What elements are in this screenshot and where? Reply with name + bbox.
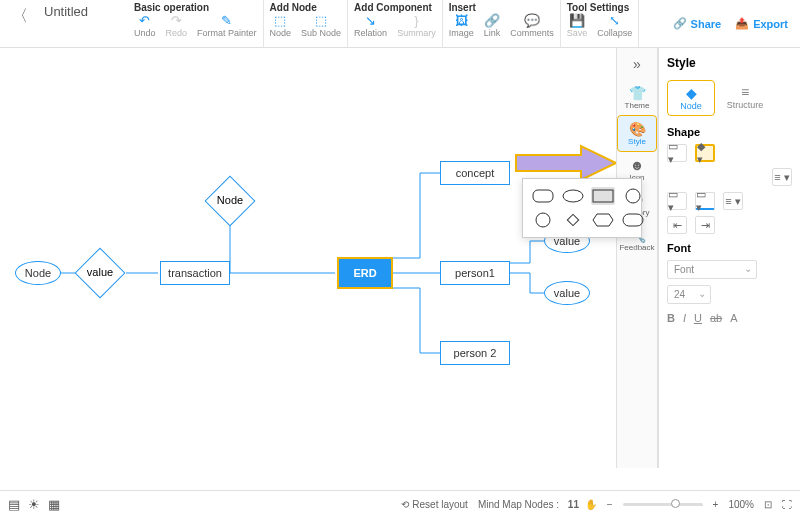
svg-point-8	[626, 189, 640, 203]
shape-ellipse[interactable]	[561, 187, 585, 205]
right-rail: » 👕Theme 🎨Style ☻Icon ⟲History 🔧Feedback	[616, 48, 658, 468]
palette-icon: 🎨	[629, 121, 646, 137]
tab-node[interactable]: ◆Node	[667, 80, 715, 116]
summary-button[interactable]: }Summary	[397, 14, 436, 38]
shape-circle2[interactable]	[531, 211, 555, 229]
zoom-minus[interactable]: −	[607, 499, 613, 510]
redo-button[interactable]: ↷Redo	[166, 14, 188, 38]
shape-hexagon[interactable]	[591, 211, 615, 229]
save-button[interactable]: 💾Save	[567, 14, 588, 38]
ribbon-group-addnode: Add Node	[270, 0, 342, 14]
svg-rect-11	[623, 214, 643, 226]
node-concept[interactable]: concept	[440, 161, 510, 185]
reset-layout-button[interactable]: ⟲ Reset layout	[401, 499, 468, 510]
font-section-label: Font	[667, 242, 792, 254]
bold-button[interactable]: B	[667, 312, 675, 324]
zoom-slider[interactable]	[623, 503, 703, 506]
svg-rect-5	[533, 190, 553, 202]
export-button[interactable]: 📤 Export	[735, 17, 788, 30]
shape-diamond[interactable]	[561, 211, 585, 229]
svg-point-6	[563, 190, 583, 202]
zoom-percent[interactable]: 100%	[728, 499, 754, 510]
shape-circle[interactable]	[621, 187, 645, 205]
smile-icon: ☻	[630, 157, 645, 173]
shape-rect[interactable]	[591, 187, 615, 205]
fit-icon[interactable]: ⊡	[764, 499, 772, 510]
shirt-icon: 👕	[629, 85, 646, 101]
add-node-button[interactable]: ⬚Node	[270, 14, 292, 38]
shape-picker-button[interactable]: ▭ ▾	[667, 144, 687, 162]
rail-theme[interactable]: 👕Theme	[617, 80, 657, 115]
share-button[interactable]: 🔗 Share	[673, 17, 722, 30]
border-button[interactable]: ▭ ▾	[667, 192, 687, 210]
node-person1[interactable]: person1	[440, 261, 510, 285]
undo-button[interactable]: ↶Undo	[134, 14, 156, 38]
strike-button[interactable]: ab	[710, 312, 722, 324]
node-rect-transaction[interactable]: transaction	[160, 261, 230, 285]
node-diamond-value[interactable]: value	[75, 248, 125, 298]
node-icon: ◆	[686, 85, 697, 101]
node-value2[interactable]: value	[544, 281, 590, 305]
border-weight-button[interactable]: ≡ ▾	[723, 192, 743, 210]
document-title[interactable]: Untitled	[44, 4, 88, 19]
grid-icon[interactable]: ▦	[48, 497, 60, 512]
panel-title: Style	[667, 56, 792, 70]
ribbon-group-component: Add Component	[354, 0, 436, 14]
collapse-button[interactable]: ⤡Collapse	[597, 14, 632, 38]
layers-icon[interactable]: ▤	[8, 497, 20, 512]
rail-collapse-icon[interactable]: »	[633, 56, 641, 72]
border-color-button[interactable]: ▭ ▾	[695, 192, 715, 210]
italic-button[interactable]: I	[683, 312, 686, 324]
font-family-select[interactable]: Font	[667, 260, 757, 279]
format-painter-button[interactable]: ✎Format Painter	[197, 14, 257, 38]
shape-section-label: Shape	[667, 126, 792, 138]
node-ellipse-node[interactable]: Node	[15, 261, 61, 285]
ribbon-group-insert: Insert	[449, 0, 554, 14]
rail-style[interactable]: 🎨Style	[617, 115, 657, 152]
font-color-button[interactable]: A	[730, 312, 737, 324]
shape-dropdown	[522, 178, 642, 238]
style-panel: Style ◆Node ≡Structure Shape ▭ ▾ ◆ ▾ ≡ ▾…	[658, 48, 800, 468]
zoom-plus[interactable]: +	[713, 499, 719, 510]
align-right-button[interactable]: ⇥	[695, 216, 715, 234]
align-left-button[interactable]: ⇤	[667, 216, 687, 234]
svg-rect-10	[567, 214, 578, 225]
brightness-icon[interactable]: ☀	[28, 497, 40, 512]
tab-structure[interactable]: ≡Structure	[721, 80, 769, 116]
insert-link-button[interactable]: 🔗Link	[484, 14, 501, 38]
status-bar: ▤ ☀ ▦ ⟲ Reset layout Mind Map Nodes : 11…	[0, 490, 800, 518]
ribbon-group-tools: Tool Settings	[567, 0, 633, 14]
insert-comments-button[interactable]: 💬Comments	[510, 14, 554, 38]
node-diamond-top[interactable]: Node	[205, 176, 255, 226]
back-button[interactable]: 〈	[8, 4, 32, 29]
font-size-select[interactable]: 24	[667, 285, 711, 304]
svg-rect-7	[593, 190, 613, 202]
add-subnode-button[interactable]: ⬚Sub Node	[301, 14, 341, 38]
node-count: Mind Map Nodes : 11 ✋	[478, 499, 597, 510]
line-style-button[interactable]: ≡ ▾	[772, 168, 792, 186]
relation-button[interactable]: ↘Relation	[354, 14, 387, 38]
structure-icon: ≡	[741, 84, 749, 100]
underline-button[interactable]: U	[694, 312, 702, 324]
svg-point-9	[536, 213, 550, 227]
ribbon-group-basic: Basic operation	[134, 0, 257, 14]
node-root-erd[interactable]: ERD	[337, 257, 393, 289]
fullscreen-icon[interactable]: ⛶	[782, 499, 792, 510]
hint-arrow	[511, 143, 621, 183]
shape-roundrect[interactable]	[531, 187, 555, 205]
zoom-knob[interactable]	[671, 499, 680, 508]
node-person2[interactable]: person 2	[440, 341, 510, 365]
insert-image-button[interactable]: 🖼Image	[449, 14, 474, 38]
fill-picker-button[interactable]: ◆ ▾	[695, 144, 715, 162]
shape-capsule[interactable]	[621, 211, 645, 229]
